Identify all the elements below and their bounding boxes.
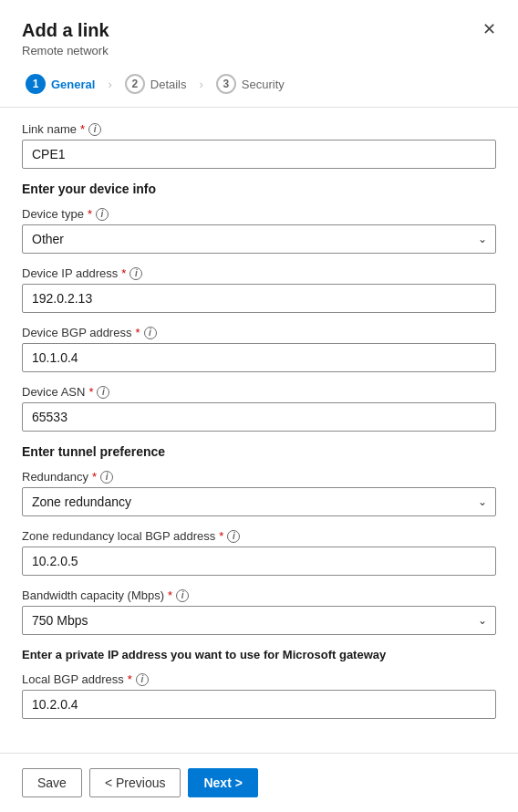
device-type-group: Device type * i Other Cisco Juniper Palo… <box>22 207 496 254</box>
link-name-group: Link name * i <box>22 122 496 169</box>
step-separator-2: › <box>200 78 203 91</box>
dialog-subtitle: Remote network <box>22 44 496 57</box>
redundancy-select[interactable]: Zone redundancy No redundancy <box>22 487 496 516</box>
device-bgp-group: Device BGP address * i <box>22 326 496 372</box>
step-3-number: 3 <box>216 74 236 94</box>
steps-bar: 1 General › 2 Details › 3 Security <box>0 57 518 108</box>
redundancy-select-wrapper: Zone redundancy No redundancy ⌄ <box>22 487 496 516</box>
bandwidth-info-icon[interactable]: i <box>176 589 189 602</box>
form-body: Link name * i Enter your device info Dev… <box>0 108 518 753</box>
step-details[interactable]: 2 Details <box>121 72 191 96</box>
step-separator-1: › <box>108 78 111 91</box>
device-type-label: Device type * i <box>22 207 496 221</box>
device-bgp-required: * <box>135 326 140 339</box>
device-bgp-label: Device BGP address * i <box>22 326 496 339</box>
tunnel-pref-heading: Enter tunnel preference <box>22 444 496 459</box>
device-type-select[interactable]: Other Cisco Juniper Palo Alto <box>22 224 496 254</box>
local-bgp-input[interactable] <box>22 690 496 719</box>
bandwidth-select-wrapper: 250 Mbps 500 Mbps 750 Mbps 1000 Mbps ⌄ <box>22 606 496 635</box>
link-name-input[interactable] <box>22 140 496 169</box>
device-asn-required: * <box>88 385 93 399</box>
link-name-required: * <box>80 122 85 136</box>
device-asn-info-icon[interactable]: i <box>97 386 109 399</box>
device-ip-input[interactable] <box>22 284 496 313</box>
redundancy-label: Redundancy * i <box>22 470 496 484</box>
device-type-info-icon[interactable]: i <box>96 208 109 221</box>
close-icon: ✕ <box>482 19 496 39</box>
dialog-title: Add a link <box>22 18 496 42</box>
bandwidth-label: Bandwidth capacity (Mbps) * i <box>22 588 496 602</box>
bandwidth-required: * <box>168 588 172 602</box>
link-name-label: Link name * i <box>22 122 496 136</box>
redundancy-info-icon[interactable]: i <box>100 471 113 484</box>
gateway-heading: Enter a private IP address you want to u… <box>22 648 496 661</box>
device-bgp-info-icon[interactable]: i <box>144 327 157 339</box>
step-2-label: Details <box>150 78 187 91</box>
close-button[interactable]: ✕ <box>476 16 502 42</box>
zone-bgp-label: Zone redundancy local BGP address * i <box>22 529 496 543</box>
device-bgp-input[interactable] <box>22 343 496 372</box>
device-type-required: * <box>88 207 92 221</box>
add-link-dialog: Add a link Remote network ✕ 1 General › … <box>0 0 518 812</box>
device-asn-group: Device ASN * i <box>22 385 496 432</box>
device-ip-info-icon[interactable]: i <box>130 267 142 280</box>
previous-button[interactable]: < Previous <box>89 768 181 797</box>
device-type-select-wrapper: Other Cisco Juniper Palo Alto ⌄ <box>22 224 496 254</box>
step-1-number: 1 <box>26 74 46 94</box>
device-ip-required: * <box>121 266 126 280</box>
device-asn-label: Device ASN * i <box>22 385 496 399</box>
local-bgp-group: Local BGP address * i <box>22 672 496 719</box>
step-security[interactable]: 3 Security <box>212 72 288 96</box>
dialog-footer: Save < Previous Next > <box>0 753 518 812</box>
bandwidth-group: Bandwidth capacity (Mbps) * i 250 Mbps 5… <box>22 588 496 635</box>
zone-bgp-info-icon[interactable]: i <box>227 530 240 543</box>
next-button[interactable]: Next > <box>188 768 257 797</box>
dialog-header: Add a link Remote network ✕ <box>0 0 518 57</box>
step-2-number: 2 <box>125 74 145 94</box>
local-bgp-label: Local BGP address * i <box>22 672 496 686</box>
redundancy-required: * <box>92 470 97 484</box>
local-bgp-required: * <box>128 672 132 686</box>
bandwidth-select[interactable]: 250 Mbps 500 Mbps 750 Mbps 1000 Mbps <box>22 606 496 635</box>
save-button[interactable]: Save <box>22 768 82 797</box>
link-name-info-icon[interactable]: i <box>88 123 101 136</box>
local-bgp-info-icon[interactable]: i <box>136 673 149 686</box>
step-general[interactable]: 1 General <box>22 72 98 96</box>
step-3-label: Security <box>242 78 285 91</box>
device-asn-input[interactable] <box>22 402 496 432</box>
step-1-label: General <box>51 78 95 91</box>
device-info-heading: Enter your device info <box>22 182 496 196</box>
zone-bgp-group: Zone redundancy local BGP address * i <box>22 529 496 576</box>
redundancy-group: Redundancy * i Zone redundancy No redund… <box>22 470 496 516</box>
device-ip-label: Device IP address * i <box>22 266 496 280</box>
device-ip-group: Device IP address * i <box>22 266 496 313</box>
zone-bgp-input[interactable] <box>22 547 496 576</box>
zone-bgp-required: * <box>219 529 223 543</box>
